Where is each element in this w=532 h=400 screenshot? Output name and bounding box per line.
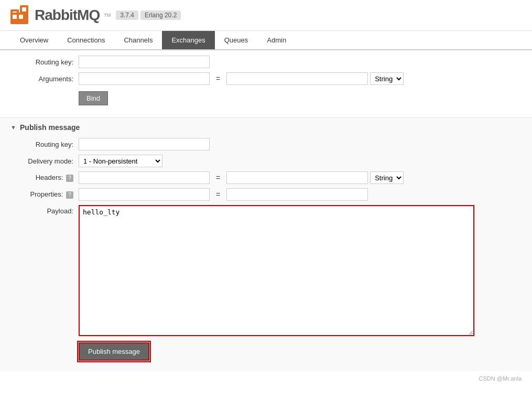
bind-button[interactable]: Bind	[79, 91, 108, 105]
properties-key-input[interactable]	[79, 188, 210, 201]
headers-kv: = String	[79, 171, 404, 184]
footer-watermark: CSDN @Mr.anla	[0, 371, 532, 386]
version-badge: 3.7.4	[116, 10, 138, 20]
properties-equals: =	[216, 190, 220, 199]
properties-row: Properties: ? =	[10, 188, 522, 201]
headers-label: Headers: ?	[10, 174, 79, 182]
svg-rect-6	[19, 15, 23, 19]
logo: RabbitMQTM	[10, 5, 111, 25]
nav-connections[interactable]: Connections	[58, 31, 114, 49]
rabbitmq-logo-icon	[10, 5, 30, 25]
nav-queues[interactable]: Queues	[215, 31, 258, 49]
routing-key-row: Routing key:	[10, 56, 522, 68]
publish-routing-key-input[interactable]	[79, 138, 210, 150]
svg-rect-3	[22, 7, 26, 12]
arguments-equals: =	[216, 74, 220, 83]
nav-exchanges[interactable]: Exchanges	[162, 31, 214, 49]
properties-tooltip[interactable]: ?	[66, 191, 73, 199]
arguments-kv: = String	[79, 72, 404, 85]
routing-key-label: Routing key:	[10, 58, 79, 66]
nav-admin[interactable]: Admin	[257, 31, 296, 49]
publish-routing-key-label: Routing key:	[10, 140, 79, 148]
headers-type-select[interactable]: String	[370, 171, 404, 184]
nav-channels[interactable]: Channels	[114, 31, 162, 49]
arguments-type-select[interactable]: String	[370, 72, 404, 85]
publish-section-header: ▼ Publish message	[10, 123, 522, 132]
headers-key-input[interactable]	[79, 171, 210, 184]
routing-key-input[interactable]	[79, 56, 210, 68]
arguments-value-input[interactable]	[226, 72, 368, 85]
publish-routing-key-row: Routing key:	[10, 138, 522, 150]
svg-rect-5	[13, 15, 17, 19]
nav-overview[interactable]: Overview	[10, 31, 58, 49]
payload-row: Payload: hello_lty	[10, 205, 522, 336]
properties-label: Properties: ?	[10, 190, 79, 199]
properties-value-input[interactable]	[226, 188, 368, 201]
section-toggle-icon[interactable]: ▼	[10, 124, 17, 131]
app-header: RabbitMQTM 3.7.4 Erlang 20.2	[0, 0, 532, 31]
headers-tooltip[interactable]: ?	[66, 175, 73, 182]
arguments-row: Arguments: = String	[10, 72, 522, 85]
logo-text: RabbitMQ	[35, 7, 100, 24]
delivery-mode-label: Delivery mode:	[10, 157, 79, 165]
main-nav: Overview Connections Channels Exchanges …	[0, 31, 532, 50]
delivery-mode-row: Delivery mode: 1 - Non-persistent 2 - Pe…	[10, 155, 522, 167]
publish-message-button[interactable]: Publish message	[79, 342, 149, 361]
properties-kv: =	[79, 188, 368, 201]
erlang-badge: Erlang 20.2	[140, 10, 181, 20]
version-badges: 3.7.4 Erlang 20.2	[116, 10, 181, 20]
bind-section: Routing key: Arguments: = String Bind	[0, 50, 532, 118]
headers-row: Headers: ? = String	[10, 171, 522, 184]
publish-button-row: Publish message	[10, 336, 522, 361]
bind-button-row: Bind	[10, 89, 522, 105]
delivery-mode-select[interactable]: 1 - Non-persistent 2 - Persistent	[79, 155, 162, 167]
headers-equals: =	[216, 174, 220, 182]
arguments-key-input[interactable]	[79, 72, 210, 85]
arguments-label: Arguments:	[10, 75, 79, 83]
payload-textarea[interactable]: hello_lty	[79, 205, 474, 336]
publish-section-title: Publish message	[20, 123, 80, 132]
publish-section: ▼ Publish message Routing key: Delivery …	[0, 118, 532, 371]
headers-value-input[interactable]	[226, 171, 368, 184]
payload-label: Payload:	[10, 205, 79, 215]
logo-tm: TM	[104, 13, 111, 18]
